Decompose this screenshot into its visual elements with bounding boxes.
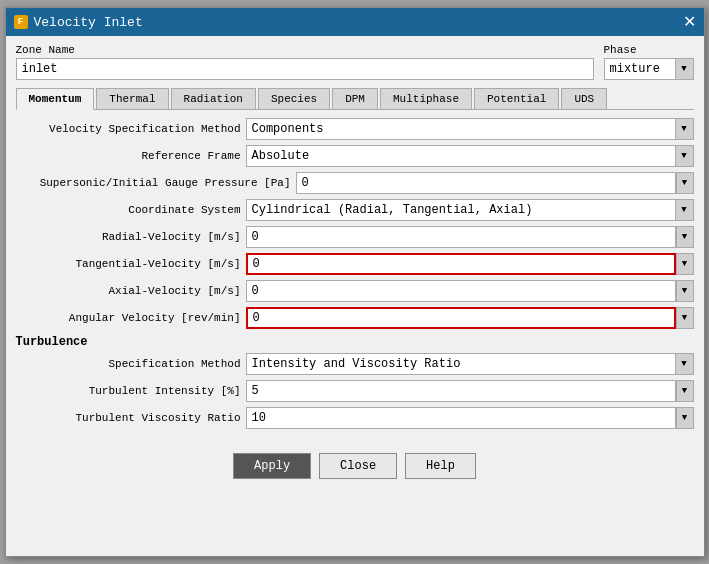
tabs-row: Momentum Thermal Radiation Species DPM M…	[16, 88, 694, 110]
spec-method-select[interactable]: Intensity and Viscosity Ratio ▼	[246, 353, 694, 375]
tab-potential[interactable]: Potential	[474, 88, 559, 109]
bottom-buttons: Apply Close Help	[16, 445, 694, 487]
radial-velocity-arrow[interactable]: ▼	[676, 226, 694, 248]
zone-name-label: Zone Name	[16, 44, 594, 56]
turbulent-intensity-input[interactable]	[247, 381, 675, 401]
gauge-pressure-label: Supersonic/Initial Gauge Pressure [Pa]	[16, 177, 296, 189]
radial-velocity-row: Radial-Velocity [m/s] ▼	[16, 226, 694, 248]
angular-velocity-input[interactable]	[248, 309, 674, 327]
phase-label: Phase	[604, 44, 637, 56]
angular-velocity-control: ▼	[246, 307, 694, 329]
turbulent-viscosity-input-wrapper	[246, 407, 676, 429]
zone-section: Zone Name	[16, 44, 594, 80]
radial-velocity-label: Radial-Velocity [m/s]	[16, 231, 246, 243]
coordinate-system-value: Cylindrical (Radial, Tangential, Axial)	[247, 201, 675, 219]
phase-section: Phase mixture ▼	[604, 44, 694, 80]
velocity-method-select[interactable]: Components ▼	[246, 118, 694, 140]
tab-radiation[interactable]: Radiation	[171, 88, 256, 109]
tab-thermal[interactable]: Thermal	[96, 88, 168, 109]
angular-velocity-input-wrapper	[246, 307, 676, 329]
zone-phase-row: Zone Name Phase mixture ▼	[16, 44, 694, 80]
reference-frame-select[interactable]: Absolute ▼	[246, 145, 694, 167]
turbulent-viscosity-input[interactable]	[247, 408, 675, 428]
spec-method-label: Specification Method	[16, 358, 246, 370]
coordinate-system-select[interactable]: Cylindrical (Radial, Tangential, Axial) …	[246, 199, 694, 221]
reference-frame-arrow[interactable]: ▼	[675, 146, 693, 166]
turbulent-viscosity-control: ▼	[246, 407, 694, 429]
coordinate-system-control: Cylindrical (Radial, Tangential, Axial) …	[246, 199, 694, 221]
tangential-velocity-input[interactable]	[248, 255, 674, 273]
turbulent-intensity-row: Turbulent Intensity [%] ▼	[16, 380, 694, 402]
velocity-method-value: Components	[247, 120, 675, 138]
tab-dpm[interactable]: DPM	[332, 88, 378, 109]
turbulent-intensity-arrow[interactable]: ▼	[676, 380, 694, 402]
velocity-inlet-dialog: F Velocity Inlet ✕ Zone Name Phase mixtu…	[5, 7, 705, 557]
turbulence-section-title: Turbulence	[16, 335, 694, 349]
axial-velocity-input-wrapper	[246, 280, 676, 302]
tangential-velocity-row: Tangential-Velocity [m/s] ▼	[16, 253, 694, 275]
app-icon: F	[14, 15, 28, 29]
spec-method-arrow[interactable]: ▼	[675, 354, 693, 374]
angular-velocity-arrow[interactable]: ▼	[676, 307, 694, 329]
phase-value: mixture	[605, 60, 675, 78]
tab-momentum[interactable]: Momentum	[16, 88, 95, 110]
close-icon[interactable]: ✕	[683, 14, 696, 30]
coordinate-system-row: Coordinate System Cylindrical (Radial, T…	[16, 199, 694, 221]
spec-method-value: Intensity and Viscosity Ratio	[247, 355, 675, 373]
dialog-body: Zone Name Phase mixture ▼ Momentum Therm…	[6, 36, 704, 495]
turbulent-intensity-input-wrapper	[246, 380, 676, 402]
gauge-pressure-input-wrapper	[296, 172, 676, 194]
radial-velocity-input-wrapper	[246, 226, 676, 248]
reference-frame-value: Absolute	[247, 147, 675, 165]
spec-method-row: Specification Method Intensity and Visco…	[16, 353, 694, 375]
velocity-method-arrow[interactable]: ▼	[675, 119, 693, 139]
tangential-velocity-label: Tangential-Velocity [m/s]	[16, 258, 246, 270]
spec-method-control: Intensity and Viscosity Ratio ▼	[246, 353, 694, 375]
coordinate-system-arrow[interactable]: ▼	[675, 200, 693, 220]
gauge-pressure-arrow[interactable]: ▼	[676, 172, 694, 194]
angular-velocity-label: Angular Velocity [rev/min]	[16, 312, 246, 324]
reference-frame-label: Reference Frame	[16, 150, 246, 162]
tangential-velocity-arrow[interactable]: ▼	[676, 253, 694, 275]
axial-velocity-arrow[interactable]: ▼	[676, 280, 694, 302]
reference-frame-control: Absolute ▼	[246, 145, 694, 167]
angular-velocity-row: Angular Velocity [rev/min] ▼	[16, 307, 694, 329]
radial-velocity-control: ▼	[246, 226, 694, 248]
tangential-velocity-input-wrapper	[246, 253, 676, 275]
axial-velocity-row: Axial-Velocity [m/s] ▼	[16, 280, 694, 302]
title-bar-left: F Velocity Inlet	[14, 15, 143, 30]
velocity-method-label: Velocity Specification Method	[16, 123, 246, 135]
gauge-pressure-row: Supersonic/Initial Gauge Pressure [Pa] ▼	[16, 172, 694, 194]
coordinate-system-label: Coordinate System	[16, 204, 246, 216]
phase-dropdown-arrow[interactable]: ▼	[675, 59, 693, 79]
tab-species[interactable]: Species	[258, 88, 330, 109]
apply-button[interactable]: Apply	[233, 453, 311, 479]
dialog-title: Velocity Inlet	[34, 15, 143, 30]
gauge-pressure-input[interactable]	[297, 173, 675, 193]
turbulent-viscosity-label: Turbulent Viscosity Ratio	[16, 412, 246, 424]
turbulent-viscosity-arrow[interactable]: ▼	[676, 407, 694, 429]
velocity-method-row: Velocity Specification Method Components…	[16, 118, 694, 140]
turbulent-intensity-control: ▼	[246, 380, 694, 402]
tangential-velocity-control: ▼	[246, 253, 694, 275]
zone-name-input[interactable]	[16, 58, 594, 80]
tab-uds[interactable]: UDS	[561, 88, 607, 109]
axial-velocity-input[interactable]	[247, 281, 675, 301]
axial-velocity-control: ▼	[246, 280, 694, 302]
velocity-method-control: Components ▼	[246, 118, 694, 140]
phase-select[interactable]: mixture ▼	[604, 58, 694, 80]
tab-multiphase[interactable]: Multiphase	[380, 88, 472, 109]
radial-velocity-input[interactable]	[247, 227, 675, 247]
gauge-pressure-control: ▼	[296, 172, 694, 194]
help-button[interactable]: Help	[405, 453, 476, 479]
reference-frame-row: Reference Frame Absolute ▼	[16, 145, 694, 167]
close-button[interactable]: Close	[319, 453, 397, 479]
turbulent-viscosity-row: Turbulent Viscosity Ratio ▼	[16, 407, 694, 429]
title-bar: F Velocity Inlet ✕	[6, 8, 704, 36]
turbulent-intensity-label: Turbulent Intensity [%]	[16, 385, 246, 397]
axial-velocity-label: Axial-Velocity [m/s]	[16, 285, 246, 297]
